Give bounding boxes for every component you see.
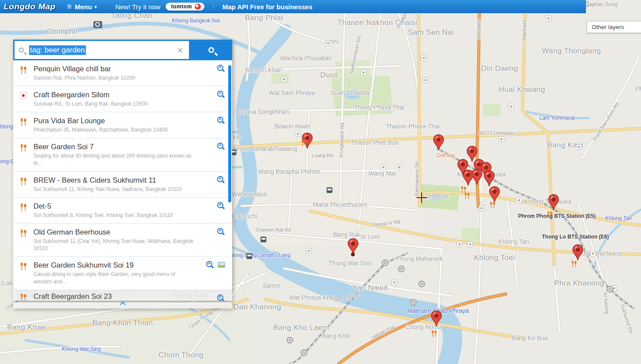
tomtom-label: tomtom	[171, 4, 192, 10]
result-type-icon	[13, 91, 33, 107]
map-api-link[interactable]: Map API Free for businesses	[213, 3, 313, 11]
result-actions: +	[217, 202, 225, 210]
result-row[interactable]: BREW - Beers & Ciders Sukhumvit 11 Soi S…	[13, 172, 232, 198]
poi-dot-icon	[20, 92, 27, 99]
result-title: BREW - Beers & Ciders Sukhumvit 11	[33, 176, 194, 184]
result-subtitle: Casual dining in open style Beer Garden,…	[33, 271, 194, 285]
search-input[interactable]: tag: beer garden ×	[13, 40, 190, 60]
map-pin[interactable]	[430, 310, 442, 327]
result-text: Craft Beergarden Silom Surasak Rd., Si L…	[33, 91, 219, 107]
result-subtitle: Samran Rat, Phra Nakhon, Bangkok 10200	[33, 74, 194, 81]
restaurant-icon	[547, 211, 553, 218]
restaurant-icon	[464, 192, 471, 199]
result-subtitle: Seating for about 30 dinning and about 2…	[33, 152, 194, 166]
result-row[interactable]: Old German Beerhouse Soi Sukhumwit 11 (C…	[13, 224, 232, 257]
tomtom-logo-icon	[195, 4, 201, 10]
tomtom-badge[interactable]: tomtom	[166, 3, 204, 11]
restaurant-icon	[431, 330, 437, 337]
results-scrollbar[interactable]	[228, 65, 231, 202]
plus-glyph: +	[219, 90, 222, 96]
result-text: Beer Garden Soi 7 Seating for about 30 d…	[33, 143, 219, 166]
longdo-map-app: Taling ChanChimphliBang PhlatThanon Nakh…	[0, 0, 641, 364]
restaurant-icon	[571, 261, 578, 268]
menu-label: Menu	[74, 3, 92, 11]
result-type-icon	[13, 143, 33, 166]
result-text: Craft Beergarden Soi 23	[33, 292, 219, 301]
restaurant-icon	[489, 202, 496, 209]
clear-search-button[interactable]: ×	[176, 45, 185, 55]
result-text: Det-5 Soi Sukhumwit 8, Khlong Toei, Khlo…	[33, 202, 219, 219]
chevron-down-icon: ▾	[95, 4, 97, 9]
zoom-to-result-button[interactable]: +	[217, 294, 225, 301]
result-actions: +	[217, 143, 225, 151]
map-pin[interactable]	[483, 170, 495, 187]
result-actions: +	[217, 117, 225, 125]
zoom-to-result-button[interactable]: +	[217, 176, 225, 184]
zoom-to-result-button[interactable]: +	[217, 117, 225, 125]
result-subtitle: Soi Sukhumvit 11, Khlong Toei Nuea, Vadh…	[33, 186, 194, 193]
plus-glyph: +	[219, 142, 222, 147]
result-row[interactable]: Pura Vida Bar Lounge Phetchaburi 35, Mak…	[13, 112, 232, 138]
poi-dot	[351, 253, 355, 257]
zoom-to-result-button[interactable]: +	[217, 65, 225, 73]
plus-glyph: +	[219, 64, 222, 70]
result-title: Craft Beergarden Soi 23	[33, 292, 194, 301]
result-photo-button[interactable]	[218, 262, 225, 268]
result-subtitle: Phetchaburi 35, Makkasan, Ratchathewi, B…	[33, 126, 194, 133]
result-text: Old German Beerhouse Soi Sukhumwit 11 (C…	[33, 228, 219, 252]
result-actions: +	[206, 261, 225, 269]
zoom-to-result-button[interactable]: +	[217, 202, 225, 210]
map-pin[interactable]	[489, 186, 500, 203]
result-type-icon	[13, 117, 33, 133]
result-type-icon	[13, 202, 33, 219]
result-type-icon	[13, 292, 33, 301]
map-pin[interactable]	[471, 169, 483, 185]
result-subtitle: Soi Sukhumwit 11 (Chai Yot), Khlong Toei…	[33, 238, 194, 252]
result-title: Beer Garden Sukhumvit Soi 19	[33, 261, 194, 269]
result-row[interactable]: Craft Beergarden Silom Surasak Rd., Si L…	[13, 86, 232, 112]
result-text: Pura Vida Bar Lounge Phetchaburi 35, Mak…	[33, 117, 219, 133]
result-actions: +	[217, 228, 225, 236]
result-subtitle: Soi Sukhumwit 8, Khlong Toei, Khlong Toe…	[33, 212, 194, 219]
result-type-icon	[13, 176, 33, 193]
search-submit-icon	[208, 47, 214, 53]
search-submit-button[interactable]	[190, 40, 232, 60]
plus-glyph: +	[219, 202, 222, 207]
promo-link[interactable]: New! Try it now	[115, 3, 161, 11]
result-type-icon	[13, 261, 33, 285]
menu-button[interactable]: ≡ Menu ▾	[67, 2, 97, 11]
result-row[interactable]: Craft Beergarden Soi 23 +	[13, 290, 232, 301]
result-row[interactable]: Penquin Village chill bar Samran Rat, Ph…	[13, 60, 232, 86]
result-title: Beer Garden Soi 7	[33, 143, 194, 151]
search-results-list: Penquin Village chill bar Samran Rat, Ph…	[13, 60, 232, 301]
result-actions: +	[217, 176, 225, 184]
result-row[interactable]: Beer Garden Soi 7 Seating for about 30 d…	[13, 138, 232, 171]
result-row[interactable]: Det-5 Soi Sukhumwit 8, Khlong Toei, Khlo…	[13, 198, 232, 224]
chevron-up-icon	[120, 301, 126, 307]
result-text: Penquin Village chill bar Samran Rat, Ph…	[33, 65, 219, 81]
plus-glyph: +	[219, 176, 222, 181]
result-title: Old German Beerhouse	[33, 228, 194, 236]
result-title: Det-5	[33, 202, 194, 210]
zoom-to-result-button[interactable]: +	[217, 91, 225, 99]
longdo-map-logo[interactable]: Longdo Map	[4, 2, 56, 11]
search-icon	[19, 48, 24, 52]
zoom-to-result-button[interactable]: +	[217, 143, 225, 151]
map-pin[interactable]	[548, 194, 559, 211]
result-row[interactable]: Beer Garden Sukhumvit Soi 19 Casual dini…	[13, 257, 232, 290]
search-bar: tag: beer garden ×	[13, 40, 232, 60]
top-navigation-bar: Longdo Map ≡ Menu ▾ New! Try it now tomt…	[0, 0, 586, 13]
zoom-to-result-button[interactable]: +	[206, 261, 214, 269]
hamburger-icon: ≡	[67, 2, 72, 11]
plus-glyph: +	[208, 261, 211, 266]
map-pin[interactable]	[433, 134, 445, 151]
result-title: Pura Vida Bar Lounge	[33, 117, 194, 125]
result-actions: +	[217, 65, 225, 73]
result-actions: +	[217, 91, 225, 99]
result-actions: +	[217, 294, 225, 301]
zoom-to-result-button[interactable]: +	[217, 228, 225, 236]
map-pin[interactable]	[572, 244, 584, 261]
other-layers-button[interactable]: Other layers	[587, 21, 641, 33]
collapse-results-button[interactable]	[13, 302, 232, 309]
result-subtitle: Surasak Rd., Si Lom, Bang Rak, Bangkok 1…	[33, 100, 194, 107]
